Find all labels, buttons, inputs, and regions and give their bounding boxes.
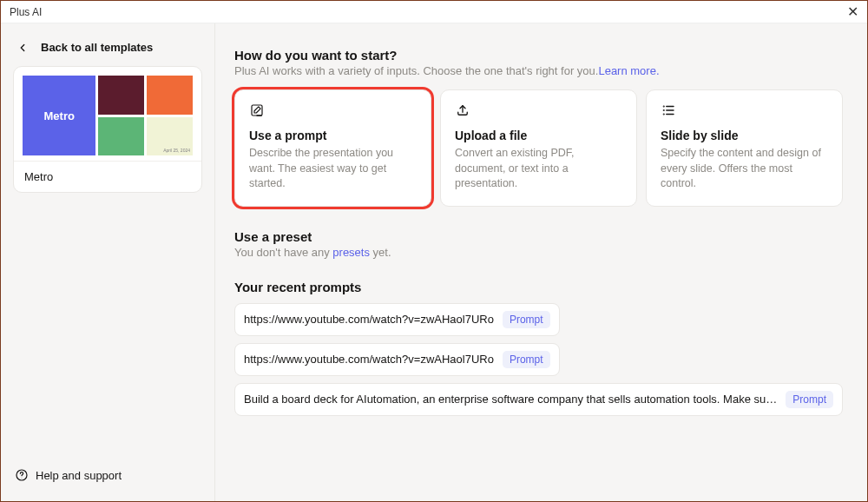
- card-title: Slide by slide: [661, 129, 828, 142]
- edit-icon: [249, 102, 417, 123]
- window-titlebar: Plus AI ✕: [1, 1, 867, 23]
- thumb-block: [98, 76, 144, 115]
- start-card-slide-by-slide[interactable]: Slide by slideSpecify the content and de…: [646, 89, 843, 207]
- chevron-left-icon: [16, 42, 29, 54]
- help-label: Help and support: [36, 469, 122, 482]
- thumb-block: [98, 117, 144, 156]
- prompt-text: https://www.youtube.com/watch?v=zwAHaol7…: [244, 353, 494, 366]
- back-to-templates-link[interactable]: Back to all templates: [13, 37, 202, 66]
- prompt-badge: Prompt: [503, 351, 550, 368]
- prompt-badge: Prompt: [503, 311, 550, 328]
- recent-prompt-row[interactable]: https://www.youtube.com/watch?v=zwAHaol7…: [234, 303, 560, 336]
- start-card-upload-a-file[interactable]: Upload a fileConvert an existing PDF, do…: [440, 89, 637, 207]
- thumb-block: [147, 76, 193, 115]
- start-heading: How do you want to start?: [234, 48, 843, 63]
- recent-prompt-row[interactable]: https://www.youtube.com/watch?v=zwAHaol7…: [234, 343, 560, 376]
- prompt-badge: Prompt: [786, 391, 833, 408]
- svg-point-1: [22, 478, 23, 479]
- help-support-link[interactable]: Help and support: [13, 463, 202, 487]
- recent-prompt-list: https://www.youtube.com/watch?v=zwAHaol7…: [234, 303, 843, 416]
- close-icon[interactable]: ✕: [847, 3, 858, 20]
- learn-more-link[interactable]: Learn more.: [598, 64, 659, 77]
- window-title: Plus AI: [10, 6, 42, 18]
- start-subtext: Plus AI works with a variety of inputs. …: [234, 64, 843, 77]
- sidebar: Back to all templates Metro April 25, 20…: [1, 23, 215, 501]
- svg-rect-2: [252, 105, 262, 116]
- template-name: Metro: [14, 161, 201, 192]
- upload-icon: [455, 102, 622, 123]
- thumb-block: April 25, 2024: [147, 117, 193, 156]
- svg-point-6: [663, 106, 664, 107]
- app-shell: Back to all templates Metro April 25, 20…: [1, 23, 867, 501]
- presets-heading: Use a preset: [234, 229, 843, 244]
- list-icon: [661, 102, 828, 123]
- card-desc: Convert an existing PDF, document, or te…: [455, 146, 622, 192]
- card-desc: Describe the presentation you want. The …: [249, 146, 417, 192]
- start-card-use-a-prompt[interactable]: Use a promptDescribe the presentation yo…: [234, 89, 431, 207]
- svg-point-7: [663, 110, 664, 111]
- start-option-cards: Use a promptDescribe the presentation yo…: [234, 89, 843, 207]
- template-card[interactable]: Metro April 25, 2024 Metro: [13, 66, 202, 193]
- svg-point-8: [663, 114, 664, 115]
- back-label: Back to all templates: [41, 41, 153, 54]
- template-thumbnail: Metro April 25, 2024: [14, 67, 201, 161]
- recent-prompt-row[interactable]: Build a board deck for AIutomation, an e…: [234, 383, 843, 416]
- card-title: Upload a file: [455, 129, 622, 142]
- recent-heading: Your recent prompts: [234, 280, 843, 294]
- presets-link[interactable]: presets: [332, 246, 370, 259]
- thumb-block-main: Metro: [23, 76, 95, 155]
- main-content: How do you want to start? Plus AI works …: [215, 23, 867, 501]
- help-icon: [15, 468, 29, 482]
- presets-empty-text: You don't have any presets yet.: [234, 246, 843, 259]
- card-desc: Specify the content and design of every …: [661, 146, 828, 192]
- prompt-text: Build a board deck for AIutomation, an e…: [244, 393, 777, 406]
- prompt-text: https://www.youtube.com/watch?v=zwAHaol7…: [244, 313, 494, 326]
- card-title: Use a prompt: [249, 129, 417, 142]
